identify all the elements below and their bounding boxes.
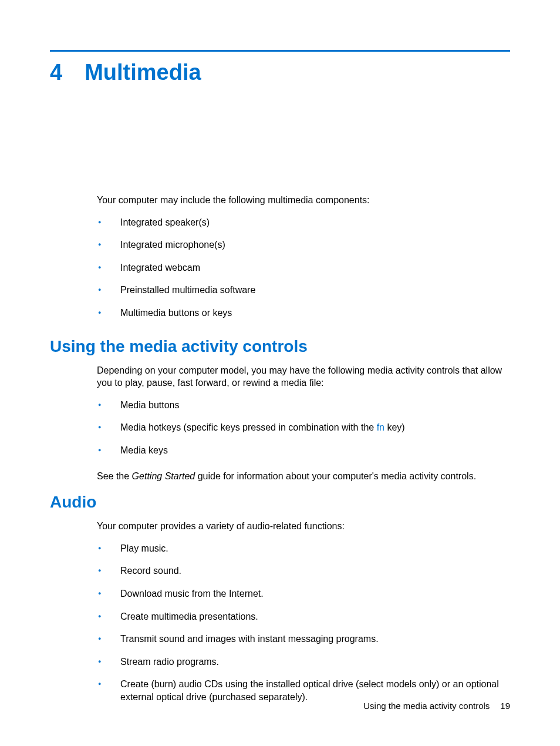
- intro-text: Your computer may include the following …: [97, 194, 510, 207]
- section1-block: Depending on your computer model, you ma…: [50, 364, 510, 483]
- list-item: Transmit sound and images with instant m…: [97, 633, 510, 646]
- list-item: Download music from the Internet.: [97, 587, 510, 600]
- fn-key-text: fn: [377, 422, 384, 432]
- section1-closing: See the Getting Started guide for inform…: [97, 470, 510, 483]
- closing-text: See the: [97, 471, 132, 481]
- audio-list: Play music. Record sound. Download music…: [97, 542, 510, 704]
- list-item: Integrated speaker(s): [97, 216, 510, 229]
- chapter-title: Multimedia: [85, 60, 201, 85]
- section1-para: Depending on your computer model, you ma…: [97, 364, 510, 389]
- section2-para: Your computer provides a variety of audi…: [97, 520, 510, 533]
- list-item-text: key): [384, 422, 405, 432]
- footer-page-number: 19: [500, 701, 510, 711]
- media-controls-list: Media buttons Media hotkeys (specific ke…: [97, 399, 510, 457]
- list-item: Multimedia buttons or keys: [97, 307, 510, 320]
- list-item: Media buttons: [97, 399, 510, 412]
- chapter-number: 4: [50, 60, 62, 85]
- chapter-heading: 4 Multimedia: [50, 60, 510, 85]
- list-item: Integrated webcam: [97, 261, 510, 274]
- chapter-rule: [50, 50, 510, 52]
- intro-block: Your computer may include the following …: [50, 194, 510, 320]
- footer-section-title: Using the media activity controls: [363, 701, 490, 711]
- list-item-text: Media hotkeys (specific keys pressed in …: [120, 422, 377, 432]
- list-item: Integrated microphone(s): [97, 238, 510, 251]
- section-heading-audio: Audio: [50, 493, 510, 512]
- list-item: Media hotkeys (specific keys pressed in …: [97, 421, 510, 434]
- section-heading-media-controls: Using the media activity controls: [50, 337, 510, 356]
- section2-block: Your computer provides a variety of audi…: [50, 520, 510, 703]
- list-item: Preinstalled multimedia software: [97, 284, 510, 297]
- page-footer: Using the media activity controls 19: [363, 701, 510, 711]
- list-item: Stream radio programs.: [97, 656, 510, 668]
- closing-text: guide for information about your compute…: [195, 471, 476, 481]
- list-item: Create multimedia presentations.: [97, 610, 510, 623]
- list-item: Play music.: [97, 542, 510, 555]
- guide-name: Getting Started: [132, 471, 195, 481]
- list-item: Create (burn) audio CDs using the instal…: [97, 678, 510, 703]
- list-item: Media keys: [97, 444, 510, 457]
- list-item: Record sound.: [97, 564, 510, 577]
- components-list: Integrated speaker(s) Integrated microph…: [97, 216, 510, 320]
